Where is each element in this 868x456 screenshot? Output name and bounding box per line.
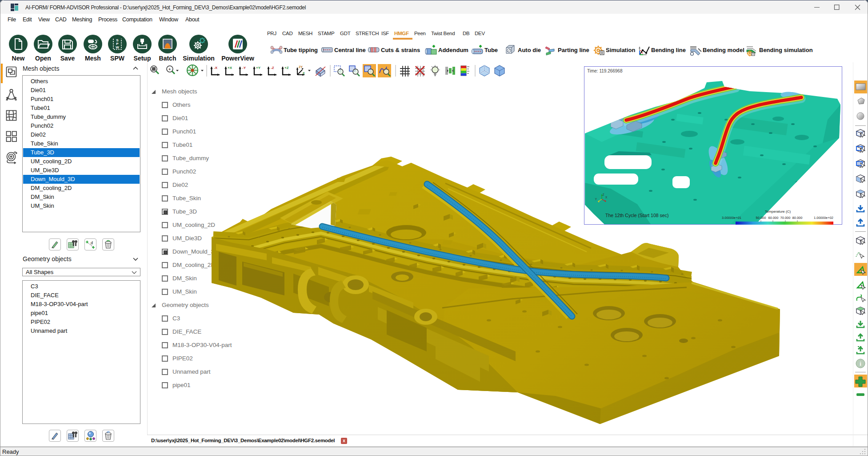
svg-text:Time: 119.266968: Time: 119.266968	[587, 69, 623, 73]
svg-text:Y: Y	[595, 198, 597, 201]
svg-text:3.00000e+01: 3.00000e+01	[722, 216, 741, 220]
svg-text:d: d	[91, 241, 93, 245]
svg-text:70.000: 70.000	[780, 216, 791, 220]
svg-text:i: i	[860, 360, 861, 367]
svg-text:X: X	[605, 196, 608, 199]
svg-text:80.000: 80.000	[792, 216, 803, 220]
svg-text:1.00000e+02: 1.00000e+02	[814, 216, 833, 220]
svg-text:Temperature (C): Temperature (C)	[765, 210, 791, 214]
svg-text:The 12th Cycle (Start 108 sec): The 12th Cycle (Start 108 sec)	[605, 213, 668, 218]
svg-text:W: W	[116, 45, 119, 49]
svg-text:50.000: 50.000	[756, 216, 766, 220]
svg-text:60.000: 60.000	[768, 216, 779, 220]
svg-text:Z: Z	[603, 193, 604, 196]
